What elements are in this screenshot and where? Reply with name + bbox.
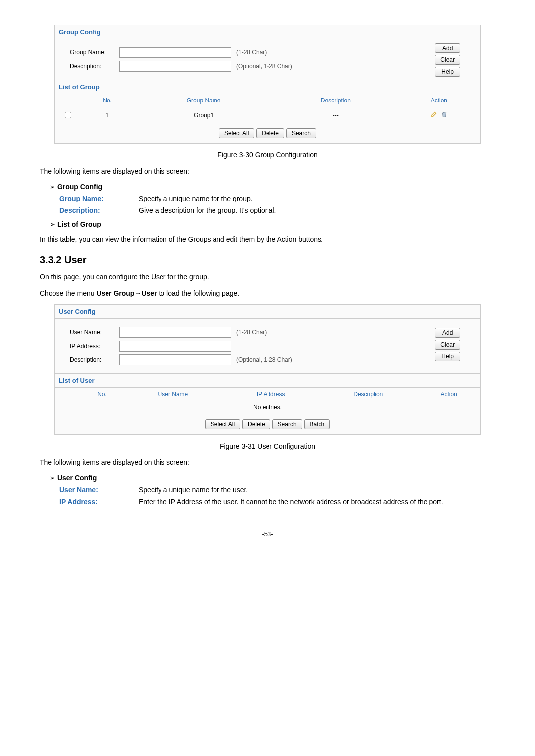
user-desc-input[interactable] <box>119 354 231 365</box>
user-config-section-head: User Config <box>50 474 495 482</box>
user-name-hint: (1-28 Char) <box>236 329 267 336</box>
group-name-row: Group Name: (1-28 Char) <box>70 47 465 58</box>
ip-address-input[interactable] <box>119 341 231 352</box>
list-of-user-header: List of User <box>55 373 480 388</box>
row-name: Group1 <box>134 107 273 123</box>
def-user-name: User Name: Specify a unique name for the… <box>59 486 495 494</box>
col-desc: Description <box>273 94 398 107</box>
help-button[interactable]: Help <box>435 352 460 361</box>
add-button[interactable]: Add <box>435 43 460 53</box>
group-config-body: Group Name: (1-28 Char) Description: (Op… <box>55 39 480 80</box>
choose-menu-prefix: Choose the menu <box>40 289 96 297</box>
section-heading-user: 3.3.2 User <box>40 254 495 266</box>
user-config-header: User Config <box>55 305 480 319</box>
col-checkbox <box>55 94 81 107</box>
batch-button[interactable]: Batch <box>304 419 330 429</box>
col-action: Action <box>418 388 480 401</box>
search-button[interactable]: Search <box>286 128 316 138</box>
clear-button[interactable]: Clear <box>435 340 460 350</box>
row-action <box>398 107 480 123</box>
clear-button[interactable]: Clear <box>435 55 460 65</box>
trash-icon[interactable] <box>441 111 448 118</box>
group-name-hint: (1-28 Char) <box>236 49 267 56</box>
group-name-label: Group Name: <box>70 49 119 56</box>
group-config-section-head: Group Config <box>50 183 495 191</box>
user-config-panel: User Config User Name: (1-28 Char) IP Ad… <box>54 304 481 435</box>
select-all-button[interactable]: Select All <box>205 419 240 429</box>
edit-icon[interactable] <box>430 111 437 118</box>
ip-address-label: IP Address: <box>70 343 119 350</box>
group-desc-hint: (Optional, 1-28 Char) <box>236 63 292 70</box>
def-ip-address: IP Address: Enter the IP Address of the … <box>59 498 495 505</box>
col-no: No. <box>81 388 123 401</box>
group-config-header: Group Config <box>55 25 480 39</box>
delete-button[interactable]: Delete <box>242 419 270 429</box>
group-config-panel: Group Config Group Name: (1-28 Char) Des… <box>54 25 481 144</box>
def-description-text: Give a description for the group. It's o… <box>139 206 495 214</box>
table-row-empty: No entries. <box>55 401 480 414</box>
def-group-name-label: Group Name: <box>59 195 139 202</box>
no-entries-cell: No entries. <box>55 401 480 414</box>
def-user-name-label: User Name: <box>59 486 139 494</box>
group-bottom-buttons: Select All Delete Search <box>55 123 480 143</box>
select-all-button[interactable]: Select All <box>219 128 254 138</box>
choose-menu-bold: User Group→User <box>96 289 157 297</box>
delete-button[interactable]: Delete <box>256 128 284 138</box>
help-button[interactable]: Help <box>435 67 460 77</box>
col-checkbox <box>55 388 81 401</box>
def-ip-address-label: IP Address: <box>59 498 139 505</box>
user-desc-row: Description: (Optional, 1-28 Char) <box>70 354 465 365</box>
user-name-row: User Name: (1-28 Char) <box>70 327 465 338</box>
group-table: No. Group Name Description Action 1 Grou… <box>55 94 480 123</box>
col-action: Action <box>398 94 480 107</box>
def-ip-address-text: Enter the IP Address of the user. It can… <box>139 498 495 505</box>
user-name-label: User Name: <box>70 329 119 336</box>
def-user-name-text: Specify a unique name for the user. <box>139 486 495 494</box>
group-desc-row: Description: (Optional, 1-28 Char) <box>70 61 465 72</box>
def-description: Description: Give a description for the … <box>59 206 495 214</box>
row-desc: --- <box>273 107 398 123</box>
search-button[interactable]: Search <box>272 419 302 429</box>
figure-caption-2: Figure 3-31 User Configuration <box>40 442 495 450</box>
list-of-group-text: In this table, you can view the informat… <box>40 234 495 245</box>
user-bottom-buttons: Select All Delete Search Batch <box>55 414 480 434</box>
user-table: No. User Name IP Address Description Act… <box>55 388 480 414</box>
user-desc-label: Description: <box>70 356 119 363</box>
def-description-label: Description: <box>59 206 139 214</box>
group-desc-label: Description: <box>70 63 119 70</box>
group-side-buttons: Add Clear Help <box>435 43 460 77</box>
row-no: 1 <box>81 107 134 123</box>
user-desc-hint: (Optional, 1-28 Char) <box>236 356 292 363</box>
list-of-group-header: List of Group <box>55 80 480 94</box>
intro-text-2: The following items are displayed on thi… <box>40 457 495 468</box>
col-desc: Description <box>319 388 418 401</box>
list-of-group-section-head: List of Group <box>50 220 495 228</box>
user-name-input[interactable] <box>119 327 231 338</box>
col-name: Group Name <box>134 94 273 107</box>
user-side-buttons: Add Clear Help <box>435 328 460 361</box>
user-config-body: User Name: (1-28 Char) IP Address: Descr… <box>55 319 480 373</box>
choose-menu-suffix: to load the following page. <box>157 289 240 297</box>
table-row: 1 Group1 --- <box>55 107 480 123</box>
ip-address-row: IP Address: <box>70 341 465 352</box>
def-group-name-text: Specify a unique name for the group. <box>139 195 495 202</box>
user-intro-text: On this page, you can configure the User… <box>40 272 495 282</box>
intro-text-1: The following items are displayed on thi… <box>40 166 495 177</box>
group-desc-input[interactable] <box>119 61 231 72</box>
group-name-input[interactable] <box>119 47 231 58</box>
choose-menu-text: Choose the menu User Group→User to load … <box>40 288 495 299</box>
add-button[interactable]: Add <box>435 328 460 338</box>
def-group-name: Group Name: Specify a unique name for th… <box>59 195 495 202</box>
col-no: No. <box>81 94 134 107</box>
col-ip: IP Address <box>223 388 319 401</box>
row-checkbox[interactable] <box>65 112 71 118</box>
figure-caption-1: Figure 3-30 Group Configuration <box>40 151 495 159</box>
page-number: -53- <box>40 530 495 538</box>
col-name: User Name <box>123 388 223 401</box>
